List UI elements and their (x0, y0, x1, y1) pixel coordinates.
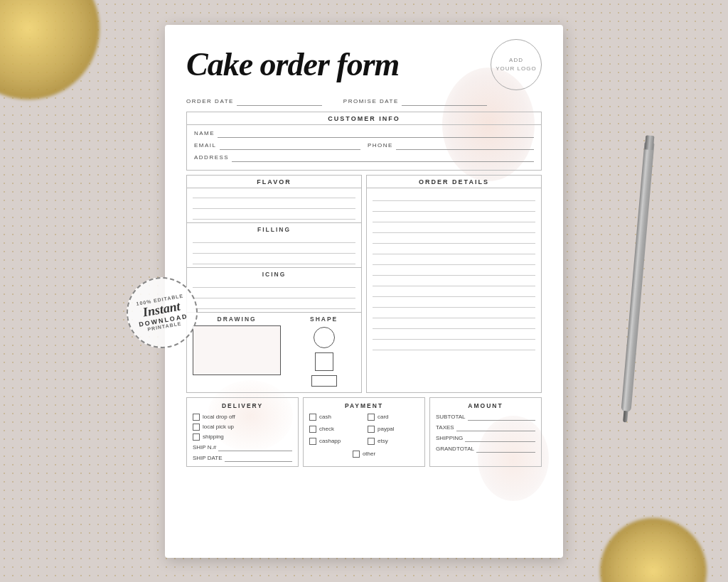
icing-line-2[interactable] (193, 291, 355, 298)
shape-label: SHAPE (310, 316, 338, 323)
ship-date-field: SHIP DATE (193, 455, 292, 462)
card-checkbox[interactable] (368, 414, 375, 421)
grandtotal-label: GRANDTOTAL (436, 446, 474, 452)
local-pick-up-item: local pick up (193, 424, 292, 431)
cashapp-checkbox[interactable] (309, 438, 316, 445)
phone-input[interactable] (396, 141, 534, 150)
taxes-field: TAXES (436, 424, 535, 431)
cash-checkbox[interactable] (309, 414, 316, 421)
name-field: NAME (194, 129, 534, 138)
check-checkbox[interactable] (309, 426, 316, 433)
phone-label: PHONE (368, 142, 393, 149)
order-line-9[interactable] (373, 278, 535, 286)
cash-item: cash (309, 414, 360, 421)
ship-n-field: SHIP N.# (193, 444, 292, 451)
filling-label: FILLING (193, 226, 355, 233)
order-line-13[interactable] (373, 320, 535, 329)
order-line-4[interactable] (373, 225, 535, 233)
local-drop-off-label: local drop off (203, 414, 235, 420)
drawing-label: DRAWING (193, 316, 281, 323)
bottom-row: DELIVERY local drop off local pick up sh… (186, 397, 542, 467)
icing-lines (193, 281, 355, 309)
shape-square[interactable] (315, 352, 333, 371)
drawing-box[interactable] (193, 325, 281, 375)
form-card: Cake order form ADD YOUR LOGO ORDER DATE… (165, 25, 563, 558)
phone-field: PHONE (368, 141, 534, 150)
order-details-col: ORDER DETAILS (366, 175, 542, 393)
address-input[interactable] (232, 153, 534, 162)
other-checkbox[interactable] (353, 451, 360, 458)
order-line-10[interactable] (373, 289, 535, 297)
icing-line-3[interactable] (193, 302, 355, 309)
pen-decoration (621, 142, 654, 412)
paypal-checkbox[interactable] (368, 426, 375, 433)
logo-circle: ADD YOUR LOGO (491, 39, 542, 90)
local-drop-off-checkbox[interactable] (193, 414, 200, 421)
check-label: check (319, 426, 334, 432)
subtotal-label: SUBTOTAL (436, 414, 466, 420)
order-line-5[interactable] (373, 235, 535, 244)
order-line-12[interactable] (373, 310, 535, 318)
customer-info-body: NAME EMAIL PHONE ADDRESS (187, 125, 541, 170)
order-date-line[interactable] (237, 97, 322, 106)
grandtotal-field: GRANDTOTAL (436, 446, 535, 453)
local-pick-up-label: local pick up (203, 424, 234, 430)
paypal-item: paypal (368, 426, 419, 433)
payment-box: PAYMENT cash card check paypal (303, 397, 425, 467)
shipping-label: shipping (203, 433, 224, 440)
shipping-amount-input[interactable] (465, 435, 535, 442)
taxes-label: TAXES (436, 424, 454, 431)
shape-rect[interactable] (311, 375, 337, 387)
flavor-lines (193, 191, 355, 220)
ship-n-input[interactable] (218, 444, 292, 451)
order-details-title: ORDER DETAILS (367, 176, 541, 188)
promise-date-line[interactable] (402, 97, 487, 106)
order-line-15[interactable] (373, 342, 535, 350)
glitter-corner-br (600, 518, 707, 582)
order-line-2[interactable] (373, 203, 535, 212)
etsy-checkbox[interactable] (368, 438, 375, 445)
cashapp-label: cashapp (319, 438, 341, 444)
name-input[interactable] (218, 129, 534, 138)
shipping-amount-label: SHIPPING (436, 435, 463, 441)
shipping-checkbox[interactable] (193, 433, 200, 441)
card-item: card (368, 414, 419, 421)
flavor-line-3[interactable] (193, 212, 355, 220)
shape-area: SHAPE (287, 313, 361, 392)
payment-grid: cash card check paypal cashapp (309, 414, 419, 448)
flavor-lines-section (187, 188, 361, 223)
order-line-3[interactable] (373, 214, 535, 222)
filling-line-3[interactable] (193, 257, 355, 264)
ship-date-input[interactable] (225, 455, 293, 462)
date-row: ORDER DATE PROMISE DATE (186, 97, 542, 106)
grandtotal-input[interactable] (476, 446, 535, 453)
filling-line-1[interactable] (193, 236, 355, 243)
order-line-11[interactable] (373, 299, 535, 308)
name-label: NAME (194, 130, 215, 136)
check-item: check (309, 426, 360, 433)
shape-circle[interactable] (314, 327, 335, 348)
shipping-item: shipping (193, 433, 292, 441)
email-phone-row: EMAIL PHONE (194, 141, 534, 153)
cashapp-item: cashapp (309, 438, 360, 445)
taxes-input[interactable] (456, 424, 535, 431)
order-line-7[interactable] (373, 257, 535, 265)
order-date-label: ORDER DATE (186, 98, 234, 104)
email-input[interactable] (220, 141, 360, 150)
icing-line-1[interactable] (193, 281, 355, 288)
main-row: FLAVOR FILLING ICING (186, 175, 542, 393)
flavor-line-1[interactable] (193, 191, 355, 198)
local-pick-up-checkbox[interactable] (193, 424, 200, 431)
order-line-1[interactable] (373, 193, 535, 201)
flavor-line-2[interactable] (193, 202, 355, 209)
subtotal-input[interactable] (468, 414, 536, 421)
ship-date-label: SHIP DATE (193, 455, 223, 461)
filling-line-2[interactable] (193, 247, 355, 254)
other-label: other (363, 451, 375, 457)
order-line-6[interactable] (373, 246, 535, 254)
order-line-8[interactable] (373, 267, 535, 276)
icing-label: ICING (193, 271, 355, 278)
etsy-label: etsy (378, 438, 388, 444)
card-label: card (378, 414, 389, 420)
order-line-14[interactable] (373, 331, 535, 340)
